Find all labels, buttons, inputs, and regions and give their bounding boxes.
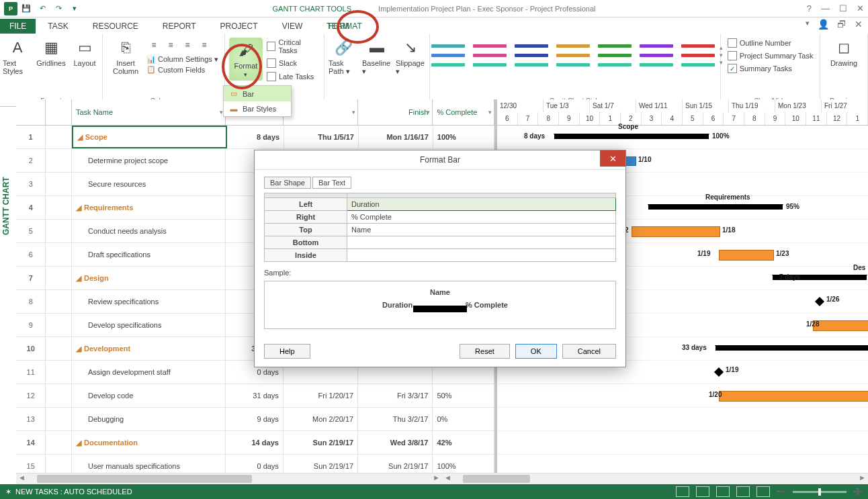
zoom-out-icon[interactable]: ➖ bbox=[777, 488, 786, 496]
view-icon-5[interactable] bbox=[756, 486, 770, 497]
close-icon[interactable]: ✕ bbox=[857, 3, 864, 13]
ok-button[interactable]: OK bbox=[515, 344, 557, 359]
window-close-icon[interactable]: ✕ bbox=[855, 19, 863, 30]
user-account-icon[interactable]: 👤 bbox=[818, 19, 829, 30]
help-icon[interactable]: ? bbox=[807, 3, 812, 13]
status-text: NEW TASKS : AUTO SCHEDULED bbox=[15, 488, 132, 496]
undo-icon[interactable]: ↶ bbox=[35, 1, 50, 16]
col-start[interactable]: ▾ bbox=[284, 99, 358, 125]
custom-fields-button[interactable]: 📋 Custom Fields bbox=[146, 65, 218, 74]
cancel-button[interactable]: Cancel bbox=[562, 344, 616, 359]
insert-column-button[interactable]: ⎘Insert Column bbox=[109, 38, 142, 75]
tab-bar-text[interactable]: Bar Text bbox=[312, 177, 351, 189]
view-icon-1[interactable] bbox=[676, 486, 689, 497]
bar-text-right-value[interactable]: % Complete bbox=[347, 211, 616, 224]
table-row[interactable]: 13Debugging9 daysMon 2/20/17Thu 3/2/170% bbox=[16, 408, 494, 431]
ribbon: AText Styles ▦Gridlines ▭Layout Format ⎘… bbox=[0, 34, 868, 107]
bar-text-left-value[interactable]: Duration bbox=[347, 198, 616, 211]
task-path-button[interactable]: 🔗Task Path ▾ bbox=[329, 38, 358, 76]
bar-text-top-value[interactable]: Name bbox=[347, 224, 616, 236]
contextual-tab-label: GANTT CHART TOOLS bbox=[272, 5, 351, 13]
save-icon[interactable]: 💾 bbox=[19, 1, 34, 16]
bar-text-bottom-value[interactable] bbox=[347, 236, 616, 249]
outline-number-checkbox[interactable]: Outline Number bbox=[728, 38, 814, 48]
new-task-mode-icon: ✶ bbox=[5, 488, 11, 496]
help-button[interactable]: Help bbox=[264, 344, 310, 359]
reset-button[interactable]: Reset bbox=[460, 344, 510, 359]
horizontal-scrollbar[interactable]: ◄ ► ◄ ► bbox=[16, 473, 868, 484]
tab-view[interactable]: VIEW bbox=[270, 19, 315, 34]
redo-icon[interactable]: ↷ bbox=[51, 1, 66, 16]
title-bar: P 💾 ↶ ↷ ▾ GANTT CHART TOOLS Implementati… bbox=[0, 0, 868, 17]
column-settings-button[interactable]: 📊 Column Settings ▾ bbox=[146, 55, 218, 64]
dropdown-bar-styles[interactable]: ▬Bar Styles bbox=[224, 101, 291, 116]
maximize-icon[interactable]: ☐ bbox=[839, 3, 847, 13]
sample-preview: Name Duration % Complete bbox=[264, 281, 616, 329]
table-row[interactable]: 12Develop code31 daysFri 1/20/17Fri 3/3/… bbox=[16, 384, 494, 408]
slack-checkbox[interactable]: Slack bbox=[267, 58, 320, 69]
window-restore-icon[interactable]: 🗗 bbox=[837, 19, 847, 30]
dialog-close-button[interactable]: ✕ bbox=[600, 150, 625, 167]
bar-text-inside-value[interactable] bbox=[347, 249, 616, 262]
tab-project[interactable]: PROJECT bbox=[208, 19, 270, 34]
gantt-style-gallery[interactable]: ▴▾▾ bbox=[425, 35, 726, 75]
critical-tasks-checkbox[interactable]: Critical Tasks bbox=[267, 38, 320, 55]
layout-button[interactable]: ▭Layout bbox=[70, 38, 99, 67]
tab-resource[interactable]: RESOURCE bbox=[81, 19, 150, 34]
format-bar-button[interactable]: 🖌Format▾ bbox=[229, 38, 263, 81]
project-app-icon: P bbox=[4, 2, 17, 15]
tab-format[interactable]: FORMAT bbox=[314, 19, 377, 34]
slippage-button[interactable]: ↘Slippage ▾ bbox=[396, 38, 425, 76]
zoom-in-icon[interactable]: ➕ bbox=[853, 488, 863, 496]
col-complete[interactable]: % Complete▾ bbox=[433, 99, 494, 125]
zoom-slider[interactable] bbox=[793, 491, 847, 493]
summary-tasks-checkbox[interactable]: ✓Summary Tasks bbox=[728, 63, 814, 74]
format-dropdown: ▭Bar ▬Bar Styles bbox=[223, 85, 292, 117]
minimize-icon[interactable]: — bbox=[821, 3, 830, 13]
tab-bar-shape[interactable]: Bar Shape bbox=[264, 177, 311, 189]
view-icon-2[interactable] bbox=[696, 486, 709, 497]
tab-report[interactable]: REPORT bbox=[150, 19, 208, 34]
table-row[interactable]: 14◢Documentation14 daysSun 2/19/17Wed 3/… bbox=[16, 431, 494, 455]
view-icon-3[interactable] bbox=[716, 486, 730, 497]
qat-more-icon[interactable]: ▾ bbox=[67, 1, 82, 16]
format-bar-dialog: Format Bar ✕ Bar Shape Bar Text LeftDura… bbox=[254, 150, 626, 367]
col-finish[interactable]: Finish▾ bbox=[358, 99, 433, 125]
ribbon-tabs: FILE TASK RESOURCE REPORT PROJECT VIEW T… bbox=[0, 17, 868, 34]
side-label: GANTT CHART bbox=[1, 177, 11, 235]
window-title: Implementation Project Plan - Exec Spons… bbox=[378, 5, 595, 13]
drawing-button[interactable]: ◻Drawing bbox=[829, 38, 859, 67]
tab-task[interactable]: TASK bbox=[36, 19, 80, 34]
view-icon-4[interactable] bbox=[736, 486, 750, 497]
baseline-button[interactable]: ▬Baseline ▾ bbox=[362, 38, 392, 76]
tab-file[interactable]: FILE bbox=[0, 19, 36, 34]
late-tasks-checkbox[interactable]: Late Tasks bbox=[267, 71, 320, 82]
project-summary-checkbox[interactable]: Project Summary Task bbox=[728, 50, 814, 61]
status-bar: ✶NEW TASKS : AUTO SCHEDULED ➖ ➕ bbox=[0, 484, 868, 499]
gridlines-button[interactable]: ▦Gridlines bbox=[36, 38, 66, 67]
text-styles-button[interactable]: AText Styles bbox=[3, 38, 32, 75]
col-task-name[interactable]: Task Name▾ bbox=[72, 99, 226, 125]
ribbon-options-icon[interactable]: ▾ bbox=[806, 19, 810, 30]
dropdown-bar[interactable]: ▭Bar bbox=[224, 86, 291, 101]
dialog-title: Format Bar bbox=[420, 155, 460, 165]
table-row[interactable]: 1◢Scope8 daysThu 1/5/17Mon 1/16/17100% bbox=[16, 126, 494, 149]
